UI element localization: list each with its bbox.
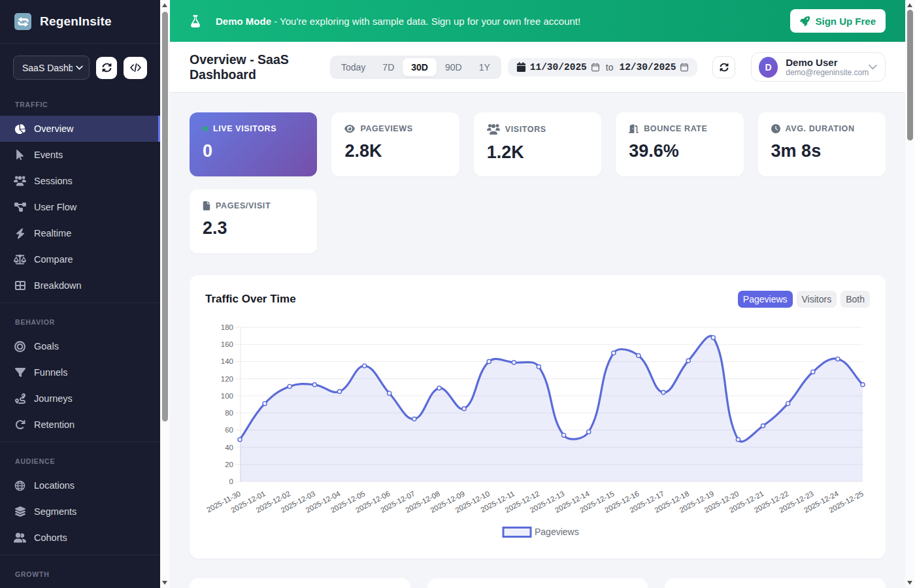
svg-text:20: 20 <box>225 461 233 468</box>
svg-text:Pageviews: Pageviews <box>535 527 579 537</box>
svg-text:100: 100 <box>221 392 233 400</box>
svg-text:60: 60 <box>225 426 233 434</box>
svg-text:140: 140 <box>221 357 233 365</box>
svg-text:180: 180 <box>221 323 233 331</box>
svg-text:80: 80 <box>225 409 233 417</box>
svg-text:0: 0 <box>229 478 233 485</box>
svg-text:40: 40 <box>225 444 233 451</box>
svg-text:120: 120 <box>221 375 233 383</box>
svg-text:160: 160 <box>221 340 233 348</box>
